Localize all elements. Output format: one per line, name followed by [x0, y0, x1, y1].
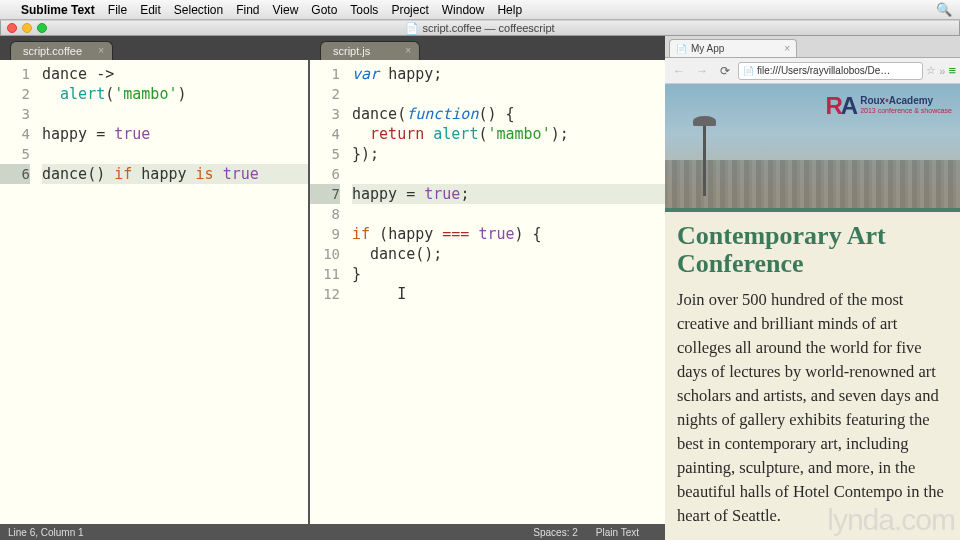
- browser-tab[interactable]: 📄 My App ×: [669, 39, 797, 57]
- sync-icon[interactable]: »: [939, 65, 945, 77]
- tab-label: script.js: [333, 45, 370, 57]
- menu-edit[interactable]: Edit: [140, 3, 161, 17]
- reload-button[interactable]: ⟳: [715, 62, 735, 80]
- menu-file[interactable]: File: [108, 3, 127, 17]
- tabs-row-left: script.coffee ×: [0, 36, 310, 60]
- line-gutter: 123456: [0, 64, 36, 184]
- bookmark-icon[interactable]: ☆: [926, 64, 936, 77]
- editor-pane-left[interactable]: script.coffee × 123456 dance -> alert('m…: [0, 60, 310, 540]
- menu-help[interactable]: Help: [497, 3, 522, 17]
- url-text: file:///Users/rayvillalobos/De…: [757, 65, 890, 76]
- spotlight-icon[interactable]: 🔍: [936, 2, 952, 17]
- skyline-image: [665, 160, 960, 208]
- menu-window[interactable]: Window: [442, 3, 485, 17]
- browser-toolbar: ← → ⟳ 📄 file:///Users/rayvillalobos/De… …: [665, 58, 960, 84]
- page-icon: 📄: [676, 44, 687, 54]
- tab-script-js[interactable]: script.js ×: [320, 41, 420, 60]
- close-window-button[interactable]: [7, 23, 17, 33]
- window-title: 📄 script.coffee — coffeescript: [405, 22, 554, 35]
- tabs-row-right: script.js ×: [310, 36, 665, 60]
- address-bar[interactable]: 📄 file:///Users/rayvillalobos/De…: [738, 62, 923, 80]
- roux-academy-logo: RA Roux•Academy 2013 conference & showca…: [825, 92, 952, 120]
- tab-label: script.coffee: [23, 45, 82, 57]
- editor-pane-right[interactable]: script.js × 123456789101112 var happy;da…: [310, 60, 665, 540]
- browser-tab-title: My App: [691, 43, 724, 54]
- close-tab-icon[interactable]: ×: [784, 43, 790, 54]
- status-bar: Line 6, Column 1 Spaces: 2 Plain Text: [0, 524, 665, 540]
- status-cursor-pos: Line 6, Column 1: [8, 527, 84, 538]
- sublime-editor: script.coffee × 123456 dance -> alert('m…: [0, 36, 665, 540]
- macos-menubar: Sublime Text File Edit Selection Find Vi…: [0, 0, 960, 20]
- line-gutter: 123456789101112: [310, 64, 346, 304]
- minimize-window-button[interactable]: [22, 23, 32, 33]
- zoom-window-button[interactable]: [37, 23, 47, 33]
- app-name[interactable]: Sublime Text: [21, 3, 95, 17]
- close-tab-icon[interactable]: ×: [405, 45, 411, 56]
- tab-script-coffee[interactable]: script.coffee ×: [10, 41, 113, 60]
- status-syntax[interactable]: Plain Text: [596, 527, 639, 538]
- code-area-right[interactable]: var happy;dance(function() { return aler…: [352, 64, 665, 304]
- space-needle-icon: [703, 126, 706, 196]
- close-tab-icon[interactable]: ×: [98, 45, 104, 56]
- menu-find[interactable]: Find: [236, 3, 259, 17]
- menu-goto[interactable]: Goto: [311, 3, 337, 17]
- window-titlebar[interactable]: 📄 script.coffee — coffeescript: [0, 20, 960, 36]
- hero-banner: RA Roux•Academy 2013 conference & showca…: [665, 84, 960, 212]
- menu-selection[interactable]: Selection: [174, 3, 223, 17]
- browser-tabs: 📄 My App ×: [665, 36, 960, 58]
- back-button[interactable]: ←: [669, 62, 689, 80]
- page-headline: Contemporary Art Conference: [677, 222, 948, 278]
- status-indent[interactable]: Spaces: 2: [533, 527, 577, 538]
- file-icon: 📄: [743, 66, 754, 76]
- browser-window: 📄 My App × ← → ⟳ 📄 file:///Users/rayvill…: [665, 36, 960, 540]
- forward-button[interactable]: →: [692, 62, 712, 80]
- code-area-left[interactable]: dance -> alert('mambo')happy = truedance…: [42, 64, 308, 184]
- menu-tools[interactable]: Tools: [350, 3, 378, 17]
- menu-project[interactable]: Project: [391, 3, 428, 17]
- menu-view[interactable]: View: [273, 3, 299, 17]
- page-body-text: Join over 500 hundred of the most creati…: [677, 288, 948, 528]
- page-content: Contemporary Art Conference Join over 50…: [665, 212, 960, 540]
- hamburger-icon[interactable]: ≡: [948, 63, 956, 78]
- traffic-lights: [7, 23, 47, 33]
